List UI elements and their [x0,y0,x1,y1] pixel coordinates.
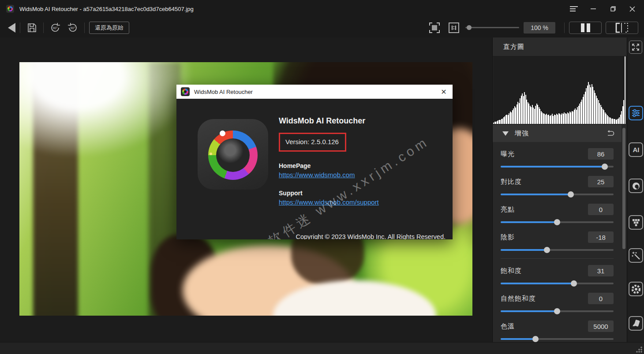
lens-correction-icon[interactable] [629,282,643,296]
collapse-triangle-icon[interactable] [502,131,509,136]
mosaic-icon[interactable] [629,215,643,230]
version-highlight-box: Version: 2.5.0.126 [279,133,346,152]
slider-value[interactable]: 5000 [588,320,614,332]
slider-handle[interactable] [554,219,560,225]
maximize-button[interactable] [606,2,619,15]
slider-handle[interactable] [571,280,577,287]
window-title: WidsMob AI Retoucher - a57a2615a34218ac7… [19,6,194,12]
rotate-left-90-icon[interactable]: 90° [48,21,62,35]
copyright-text: Copyright © 2023 WidsMob Inc. All Rights… [296,233,446,239]
ai-tools-icon[interactable]: AI [629,142,643,157]
slider-handle[interactable] [532,336,539,342]
zoom-level-value: 100 % [524,22,555,34]
adjustments-panel: 直方圖 增強 曝光86對比度25亮點0陰影-18飽和度31自然飽和度0色溫500… [492,37,627,342]
portrait-icon[interactable] [629,179,643,193]
dialog-title: WidsMob AI Retoucher [194,89,253,95]
svg-text:AI: AI [633,146,639,153]
slider-track[interactable] [501,280,614,287]
slider-value[interactable]: 31 [588,265,614,276]
slider-handle[interactable] [554,308,560,314]
slider-value[interactable]: -18 [588,231,614,243]
histogram-bar [625,56,625,124]
slider-row: 亮點0 [493,197,622,225]
dialog-body: WidsMob AI Retoucher Version: 2.5.0.126 … [176,99,453,239]
slider-row: 對比度25 [493,170,622,197]
homepage-label: HomePage [279,162,446,169]
title-bar: WidsMob AI Retoucher - a57a2615a34218ac7… [0,0,644,18]
tool-strip: AI [627,37,644,342]
back-icon[interactable] [8,23,15,33]
slider-value[interactable]: 86 [588,148,614,160]
slider-label: 陰影 [501,233,515,242]
app-icon-large [198,119,268,190]
slider-label: 曝光 [501,150,515,158]
svg-text:90°: 90° [70,26,75,30]
minimize-button[interactable] [587,2,600,15]
slider-value[interactable]: 0 [588,293,614,304]
svg-text:90°: 90° [52,26,57,30]
slider-handle[interactable] [602,164,608,170]
split-view-button[interactable] [606,22,638,34]
rotate-right-90-icon[interactable]: 90° [66,21,80,35]
slider-label: 色溫 [501,322,515,331]
support-link[interactable]: https://www.widsmob.com/support [279,198,379,206]
slider-label: 亮點 [501,205,515,214]
bottom-bar [0,342,644,354]
slider-label: 對比度 [501,178,522,186]
dialog-app-name: WidsMob AI Retoucher [279,116,446,126]
slider-list: 曝光86對比度25亮點0陰影-18飽和度31自然飽和度0色溫5000 [493,142,622,342]
save-icon[interactable] [25,21,39,35]
expand-histogram-icon[interactable] [629,41,642,54]
version-text: Version: 2.5.0.126 [285,138,339,145]
slider-handle[interactable] [568,191,574,197]
slider-row: 自然飽和度0 [493,287,622,314]
slider-track[interactable] [501,336,614,342]
app-logo-icon [6,5,14,13]
support-label: Support [279,190,446,197]
slider-value[interactable]: 0 [588,204,614,215]
histogram-chart [493,56,625,124]
slider-row: 曝光86 [493,142,622,170]
actual-size-icon[interactable] [447,21,461,35]
histogram-header: 直方圖 [493,37,627,56]
homepage-link[interactable]: https://www.widsmob.com [279,171,355,179]
slider-track[interactable] [501,247,614,253]
slider-value[interactable]: 25 [588,176,614,187]
app-window: WidsMob AI Retoucher - a57a2615a34218ac7… [0,0,644,354]
close-button[interactable] [625,2,639,15]
slider-label: 自然飽和度 [501,294,536,303]
enhance-title: 增強 [515,129,529,138]
slider-row: 陰影-18 [493,225,622,253]
compare-side-by-side-button[interactable] [569,22,602,34]
slider-track[interactable] [501,219,614,225]
reset-icon[interactable] [606,129,615,138]
magic-wand-icon[interactable] [629,248,643,263]
slider-row: 色溫5000 [493,314,622,342]
menu-icon[interactable] [567,2,580,15]
slider-label: 飽和度 [501,267,522,275]
resize-grip[interactable] [636,347,642,353]
histogram-title: 直方圖 [503,43,524,51]
enhance-section-header[interactable]: 增強 [493,125,622,142]
slider-row: 飽和度31 [493,259,622,287]
slider-track[interactable] [501,308,614,314]
adjust-sliders-icon[interactable] [629,106,643,120]
panel-scrollbar[interactable] [622,128,625,249]
zoom-slider-handle[interactable] [467,25,472,30]
dialog-close-icon[interactable]: ✕ [438,86,450,98]
fit-screen-icon[interactable] [427,21,442,35]
denoise-icon[interactable] [629,316,643,331]
slider-track[interactable] [501,191,614,197]
slider-handle[interactable] [544,247,550,253]
about-dialog: WidsMob AI Retoucher ✕ WidsMob AI Retouc… [176,85,453,239]
slider-track[interactable] [501,164,614,170]
dialog-app-logo-icon [181,87,190,96]
restore-original-button[interactable]: 還原為原始 [89,22,129,34]
toolbar: 90° 90° 還原為原始 100 % [0,18,644,37]
zoom-slider[interactable] [465,27,519,28]
dialog-title-bar[interactable]: WidsMob AI Retoucher ✕ [176,85,453,99]
